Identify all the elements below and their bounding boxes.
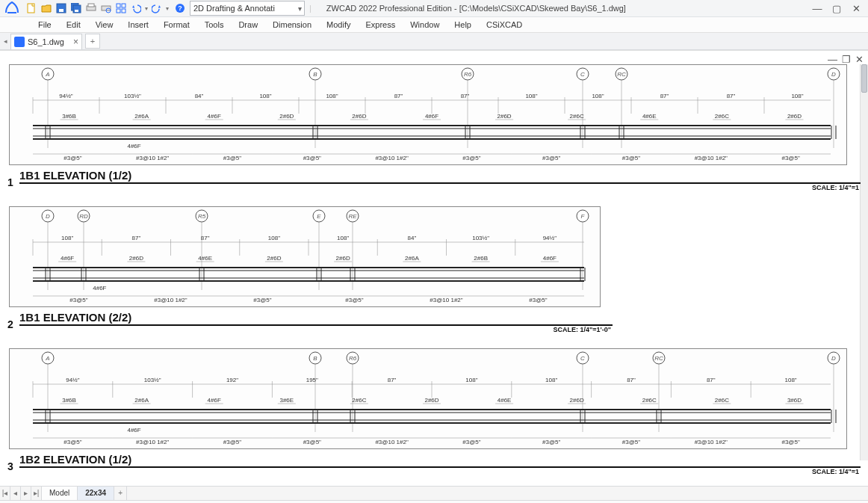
drawing-canvas[interactable]: — ❐ ✕ ABR6CRCD94½"103½"84"108"108"87"87"… [0, 50, 868, 486]
menu-file[interactable]: File [31, 19, 58, 31]
svg-text:4#6F: 4#6F [543, 255, 557, 262]
svg-text:87": 87" [627, 377, 636, 383]
svg-text:108": 108" [61, 235, 73, 241]
tab-close-icon[interactable]: × [73, 37, 78, 47]
vp-minimize-icon[interactable]: — [828, 54, 837, 65]
svg-text:3#6B: 3#6B [62, 397, 76, 404]
svg-text:?: ? [178, 4, 182, 12]
status-bar: 3'-3 29/64", 0'-0 55/64", 0'-0" | | ▾ [0, 500, 868, 503]
svg-text:#3@5": #3@5" [781, 155, 799, 161]
svg-text:RC: RC [617, 71, 626, 78]
svg-text:4#6F: 4#6F [127, 143, 140, 149]
viewport-controls: — ❐ ✕ [828, 54, 864, 65]
new-icon[interactable] [25, 2, 37, 14]
layout-last[interactable]: ▸| [31, 487, 42, 500]
help-icon[interactable]: ? [175, 3, 185, 13]
svg-rect-13 [122, 9, 125, 13]
menu-view[interactable]: View [89, 19, 120, 31]
layout-tab-model[interactable]: Model [42, 487, 78, 500]
svg-text:RC: RC [654, 355, 663, 362]
svg-text:A: A [45, 355, 49, 362]
redo-icon[interactable] [151, 2, 163, 14]
menu-tools[interactable]: Tools [198, 19, 231, 31]
svg-text:D: D [831, 355, 836, 362]
svg-text:2#6C: 2#6C [352, 397, 366, 404]
layout-tab-add[interactable]: + [114, 487, 127, 500]
menu-modify[interactable]: Modify [320, 19, 357, 31]
new-tab-button[interactable]: + [85, 34, 100, 49]
maximize-button[interactable]: ▢ [831, 3, 843, 14]
svg-text:#3@5": #3@5" [63, 155, 81, 161]
saveall-icon[interactable] [70, 2, 82, 14]
layout-tab-active[interactable]: 22x34 [78, 487, 114, 500]
vp-close-icon[interactable]: ✕ [855, 54, 864, 65]
menu-express[interactable]: Express [359, 19, 402, 31]
menu-help[interactable]: Help [447, 19, 478, 31]
menu-insert[interactable]: Insert [121, 19, 155, 31]
plot-icon[interactable] [85, 2, 97, 14]
elevation-section: ABR6CRCD94½"103½"84"108"108"87"87"108"10… [4, 64, 867, 212]
svg-text:2#6D: 2#6D [787, 113, 802, 120]
svg-text:4#6F: 4#6F [208, 113, 221, 120]
svg-text:#3@5": #3@5" [462, 439, 480, 445]
layout-prev[interactable]: ◂ [10, 487, 21, 500]
save-icon[interactable] [55, 2, 67, 14]
document-tab[interactable]: S6_1.dwg × [10, 34, 82, 49]
svg-text:94½": 94½" [543, 235, 557, 241]
svg-text:#3@5": #3@5" [781, 439, 799, 445]
workspace-selector[interactable]: 2D Drafting & Annotati [190, 1, 305, 16]
svg-text:2#6A: 2#6A [134, 113, 149, 120]
svg-text:108": 108" [592, 93, 604, 99]
svg-text:#3@10 1#2": #3@10 1#2" [375, 155, 408, 161]
open-icon[interactable] [40, 2, 52, 14]
menu-draw[interactable]: Draw [232, 19, 264, 31]
menu-csixcad[interactable]: CSiXCAD [480, 19, 529, 31]
menu-bar: File Edit View Insert Format Tools Draw … [0, 17, 868, 33]
svg-text:87": 87" [388, 377, 397, 383]
undo-dropdown[interactable]: ▾ [145, 5, 148, 12]
menu-window[interactable]: Window [403, 19, 446, 31]
svg-text:#3@10 1#2": #3@10 1#2" [154, 297, 187, 303]
svg-text:2#6A: 2#6A [134, 397, 149, 404]
undo-icon[interactable] [130, 2, 142, 14]
preview-icon[interactable] [100, 2, 112, 14]
svg-text:#3@10 1#2": #3@10 1#2" [695, 439, 728, 445]
minimize-button[interactable]: — [811, 3, 823, 14]
layout-next[interactable]: ▸ [21, 487, 31, 500]
menu-edit[interactable]: Edit [60, 19, 87, 31]
menu-format[interactable]: Format [157, 19, 196, 31]
svg-text:84": 84" [408, 235, 417, 241]
menu-dimension[interactable]: Dimension [266, 19, 318, 31]
drawing-area[interactable]: ABR6CRCD94½"103½"84"108"108"87"87"108"10… [4, 64, 867, 484]
vp-restore-icon[interactable]: ❐ [842, 54, 851, 65]
svg-text:103½": 103½" [144, 377, 161, 383]
section-scale: SCALE: 1/4"=1 [812, 468, 859, 475]
svg-text:B: B [313, 355, 317, 362]
redo-dropdown[interactable]: ▾ [166, 5, 169, 12]
svg-text:#3@10 1#2": #3@10 1#2" [430, 297, 462, 303]
svg-text:#3@5": #3@5" [622, 155, 640, 161]
elevation-section: DRDR5EREF108"87"87"108"108"84"103½"94½"4… [4, 206, 867, 354]
svg-text:2#6C: 2#6C [715, 397, 729, 404]
svg-text:#3@5": #3@5" [345, 297, 363, 303]
app-logo [3, 0, 21, 17]
section-title: 1B2 ELEVATION (1/2) [19, 453, 131, 466]
tab-scroll-left[interactable]: ◂ [0, 37, 10, 45]
svg-text:87": 87" [132, 235, 141, 241]
svg-text:#3@5": #3@5" [529, 297, 547, 303]
svg-text:#3@5": #3@5" [69, 297, 87, 303]
svg-text:87": 87" [461, 93, 470, 99]
svg-text:192": 192" [226, 377, 238, 383]
svg-text:#3@5": #3@5" [253, 297, 271, 303]
svg-text:4#6F: 4#6F [93, 285, 106, 291]
svg-text:2#6D: 2#6D [336, 255, 350, 262]
layout-first[interactable]: |◂ [0, 487, 10, 500]
close-button[interactable]: ✕ [850, 3, 862, 14]
svg-text:108": 108" [785, 377, 797, 383]
svg-rect-2 [59, 9, 63, 12]
svg-text:#3@5": #3@5" [63, 439, 81, 445]
svg-text:#3@5": #3@5" [223, 155, 241, 161]
svg-text:3#6D: 3#6D [787, 397, 802, 404]
section-number: 3 [7, 460, 13, 472]
pattern-icon[interactable] [115, 2, 127, 14]
